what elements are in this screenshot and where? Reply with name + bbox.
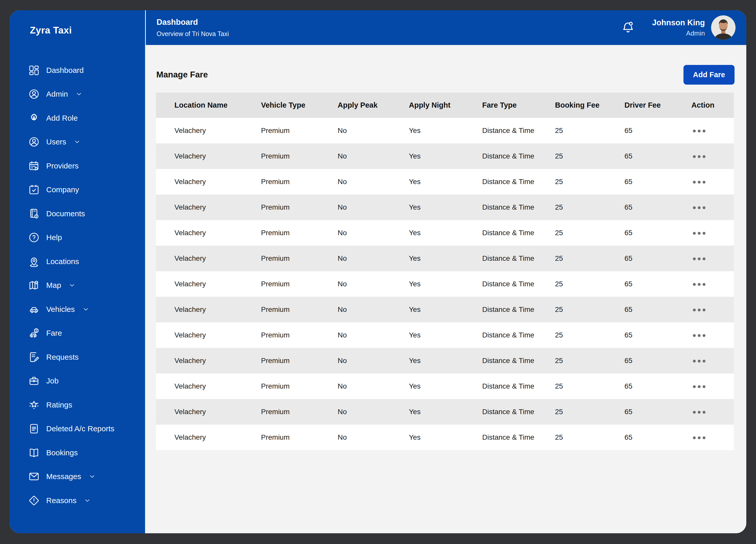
- cell-booking-fee: 25: [555, 178, 624, 186]
- sidebar-item-label: Add Role: [46, 114, 78, 122]
- sidebar-item-label: Requests: [46, 353, 79, 362]
- sidebar-item-deleted-ac-reports[interactable]: Deleted A/c Reports: [10, 417, 145, 441]
- row-actions-button[interactable]: [691, 229, 707, 238]
- cell-booking-fee: 25: [555, 382, 624, 390]
- table-row: Velachery Premium No Yes Distance & Time…: [156, 143, 734, 169]
- row-actions-button[interactable]: [691, 126, 707, 135]
- row-actions-button[interactable]: [691, 408, 707, 417]
- sidebar-item-label: Job: [46, 377, 58, 385]
- table-row: Velachery Premium No Yes Distance & Time…: [156, 246, 734, 271]
- sidebar-item-admin[interactable]: Admin: [10, 82, 145, 106]
- sidebar-item-dashboard[interactable]: Dashboard: [10, 58, 145, 82]
- row-actions-button[interactable]: [691, 306, 707, 315]
- sidebar: Zyra Taxi Dashboard Admin Add Role Users…: [10, 10, 145, 533]
- row-actions-button[interactable]: [691, 203, 707, 212]
- sidebar-item-map[interactable]: Map: [10, 274, 145, 298]
- cell-vehicle: Premium: [261, 331, 338, 339]
- user-cluster: Johnson King Admin: [621, 15, 736, 40]
- row-actions-button[interactable]: [691, 254, 707, 263]
- fare-icon: [28, 327, 40, 339]
- sidebar-item-bookings[interactable]: Bookings: [10, 441, 145, 465]
- cell-fare-type: Distance & Time: [482, 152, 555, 160]
- sidebar-item-reasons[interactable]: Reasons: [10, 489, 145, 513]
- col-header-location: Location Name: [174, 101, 261, 109]
- sidebar-item-vehicles[interactable]: Vehicles: [10, 297, 145, 321]
- cell-action: [691, 126, 734, 135]
- cell-location: Velachery: [174, 357, 261, 365]
- cell-fare-type: Distance & Time: [482, 178, 555, 186]
- cell-driver-fee: 65: [624, 229, 691, 237]
- cell-vehicle: Premium: [261, 203, 338, 211]
- cell-peak: No: [338, 408, 409, 416]
- sidebar-item-users[interactable]: Users: [10, 130, 145, 154]
- notification-bell-icon[interactable]: [621, 21, 635, 34]
- table-row: Velachery Premium No Yes Distance & Time…: [156, 194, 734, 220]
- cell-booking-fee: 25: [555, 357, 624, 365]
- cell-fare-type: Distance & Time: [482, 229, 555, 237]
- cell-night: Yes: [409, 178, 482, 186]
- cell-driver-fee: 65: [624, 280, 691, 288]
- sidebar-item-providers[interactable]: Providers: [10, 154, 145, 178]
- cell-vehicle: Premium: [261, 280, 338, 288]
- row-actions-button[interactable]: [691, 280, 707, 289]
- row-actions-button[interactable]: [691, 178, 707, 187]
- row-actions-button[interactable]: [691, 433, 707, 442]
- sidebar-item-fare[interactable]: Fare: [10, 321, 145, 345]
- cell-location: Velachery: [174, 433, 261, 442]
- table-row: Velachery Premium No Yes Distance & Time…: [156, 220, 734, 246]
- sidebar-item-requests[interactable]: Requests: [10, 345, 145, 369]
- cell-location: Velachery: [174, 306, 261, 314]
- cell-night: Yes: [409, 331, 482, 339]
- row-actions-button[interactable]: [691, 152, 707, 161]
- row-actions-button[interactable]: [691, 331, 707, 340]
- content-area: Manage Fare Add Fare Location NameVehicl…: [145, 45, 746, 533]
- sidebar-item-company[interactable]: Company: [10, 178, 145, 202]
- chevron-down-icon: [73, 138, 81, 146]
- sidebar-item-messages[interactable]: Messages: [10, 465, 145, 489]
- cell-action: [691, 382, 734, 391]
- bookings-icon: [28, 447, 40, 459]
- add-fare-button[interactable]: Add Fare: [683, 65, 735, 85]
- sidebar-item-locations[interactable]: Locations: [10, 249, 145, 274]
- cell-night: Yes: [409, 280, 482, 288]
- map-icon: [28, 280, 40, 291]
- sidebar-item-add-role[interactable]: Add Role: [10, 106, 145, 130]
- sidebar-item-label: Fare: [46, 329, 62, 338]
- cell-night: Yes: [409, 433, 482, 442]
- row-actions-button[interactable]: [691, 357, 707, 366]
- cell-driver-fee: 65: [624, 331, 691, 339]
- cell-vehicle: Premium: [261, 178, 338, 186]
- cell-peak: No: [338, 178, 409, 186]
- deleted-reports-icon: [28, 423, 40, 435]
- cell-booking-fee: 25: [555, 203, 624, 211]
- sidebar-item-label: Reasons: [46, 496, 76, 505]
- cell-booking-fee: 25: [555, 306, 624, 314]
- sidebar-item-label: Company: [46, 185, 79, 194]
- sidebar-item-documents[interactable]: Documents: [10, 202, 145, 226]
- dashboard-icon: [28, 64, 40, 76]
- cell-vehicle: Premium: [261, 152, 338, 160]
- cell-location: Velachery: [174, 178, 261, 186]
- cell-booking-fee: 25: [555, 152, 624, 160]
- cell-night: Yes: [409, 152, 482, 160]
- chevron-down-icon: [84, 497, 91, 504]
- table-row: Velachery Premium No Yes Distance & Time…: [156, 399, 734, 425]
- sidebar-item-ratings[interactable]: Ratings: [10, 393, 145, 417]
- documents-icon: [28, 208, 40, 219]
- add-role-icon: [28, 112, 40, 124]
- row-actions-button[interactable]: [691, 382, 707, 391]
- table-row: Velachery Premium No Yes Distance & Time…: [156, 374, 734, 399]
- cell-booking-fee: 25: [555, 126, 624, 135]
- sidebar-item-job[interactable]: Job: [10, 369, 145, 393]
- cell-fare-type: Distance & Time: [482, 382, 555, 390]
- table-row: Velachery Premium No Yes Distance & Time…: [156, 118, 734, 143]
- sidebar-item-help[interactable]: Help: [10, 226, 145, 250]
- cell-vehicle: Premium: [261, 229, 338, 237]
- avatar[interactable]: [711, 15, 736, 40]
- cell-driver-fee: 65: [624, 178, 691, 186]
- col-header-action: Action: [691, 101, 734, 109]
- right-pane: Dashboard Overview of Tri Nova Taxi John…: [145, 10, 746, 533]
- cell-night: Yes: [409, 203, 482, 211]
- sidebar-item-label: Dashboard: [46, 66, 84, 75]
- cell-action: [691, 305, 734, 315]
